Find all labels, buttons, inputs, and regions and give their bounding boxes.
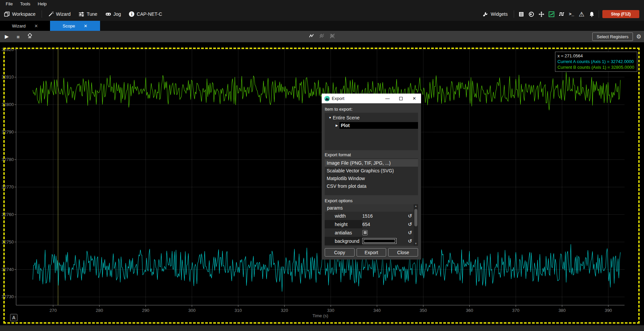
tree-item-label: Plot: [339, 122, 418, 129]
item-to-export-label: Item to export:: [325, 107, 418, 112]
svg-text:390: 390: [605, 308, 612, 313]
format-option-image[interactable]: Image File (PNG, TIF, JPG, ...): [325, 159, 418, 167]
scope-chart-button[interactable]: [546, 9, 556, 19]
svg-text:32780: 32780: [2, 157, 14, 162]
terminal-icon: >_: [569, 12, 574, 17]
device-button[interactable]: i CAP-NET-C: [125, 7, 166, 21]
dialog-body: Item to export: ▼ Entire Scene ▶ Plot Ex…: [322, 103, 421, 260]
info-icon: i: [129, 11, 134, 17]
export-format-list: Image File (PNG, TIF, JPG, ...) Scalable…: [325, 158, 418, 195]
svg-text:290: 290: [142, 308, 149, 313]
autoscale-button[interactable]: A: [10, 314, 17, 321]
chevron-right-icon[interactable]: ▶: [334, 124, 339, 127]
watch-button[interactable]: [526, 9, 536, 19]
params-group-row[interactable]: params: [325, 204, 418, 212]
menu-file[interactable]: File: [2, 1, 16, 6]
legend-line-a: Current A counts (Axis 1) = 32742.0000: [557, 59, 634, 64]
reset-icon[interactable]: ↺: [407, 230, 413, 236]
scroll-down-icon[interactable]: ▼: [415, 242, 417, 246]
gear-icon[interactable]: ⚙: [636, 33, 641, 40]
stop-icon[interactable]: ■: [14, 34, 22, 40]
warning-icon: ⚠: [579, 10, 584, 18]
wizard-label: Wizard: [56, 11, 71, 17]
params-scrollbar[interactable]: ▲ ▼: [414, 204, 418, 246]
format-option-matplotlib[interactable]: Matplotlib Window: [325, 174, 418, 182]
background-value: [362, 238, 407, 244]
reset-icon[interactable]: ↺: [407, 221, 413, 227]
scroll-up-icon[interactable]: ▲: [415, 204, 417, 208]
svg-text:380: 380: [558, 308, 566, 313]
format-option-svg[interactable]: Scalable Vector Graphics (SVG): [325, 167, 418, 174]
background-color-swatch[interactable]: [362, 238, 397, 244]
move-button[interactable]: [536, 9, 546, 19]
chart-line-icon: [549, 11, 554, 17]
param-name: antialias: [325, 228, 362, 237]
antialias-checkbox[interactable]: [362, 230, 368, 235]
tab-scope[interactable]: Scope ✕: [50, 21, 100, 31]
clear-eraser-icon[interactable]: [26, 33, 34, 40]
legend-line-b: Current B counts (Axis 1) = 32805.0000: [557, 64, 634, 70]
menu-tools[interactable]: Tools: [16, 1, 34, 6]
copy-button[interactable]: Copy: [325, 248, 355, 257]
minimize-icon[interactable]: —: [381, 94, 394, 103]
tab-wizard-label: Wizard: [12, 23, 26, 29]
width-field[interactable]: 1516: [362, 213, 407, 219]
scope-settings-controls: Select Registers ⚙: [592, 33, 641, 41]
toolbar-separator: [42, 10, 42, 18]
height-field[interactable]: 654: [362, 222, 407, 227]
close-icon[interactable]: ✕: [408, 94, 421, 103]
svg-text:32730: 32730: [2, 294, 14, 299]
jog-label: Jog: [113, 11, 121, 17]
reset-icon[interactable]: ↺: [407, 213, 413, 219]
move-arrows-icon: [539, 11, 544, 17]
close-icon[interactable]: ✕: [84, 23, 87, 29]
export-button[interactable]: Export: [357, 248, 386, 257]
svg-text:320: 320: [281, 308, 288, 313]
svg-text:350: 350: [420, 308, 427, 313]
workspace-button[interactable]: Workspace: [0, 7, 40, 21]
list-icon: [518, 11, 524, 17]
format-option-csv[interactable]: CSV from plot data: [325, 182, 418, 190]
multi-trace-icon[interactable]: [319, 33, 325, 40]
warnings-button[interactable]: ⚠: [577, 9, 587, 19]
svg-text:32810: 32810: [2, 74, 14, 79]
svg-text:32760: 32760: [2, 212, 14, 217]
app-logo-icon: [324, 96, 330, 101]
tree-item-label: Entire Scene: [333, 115, 360, 120]
select-registers-button[interactable]: Select Registers: [592, 33, 633, 41]
scrollbar-thumb[interactable]: [414, 209, 417, 226]
chevron-down-icon[interactable]: ▼: [327, 116, 333, 119]
workspace-icon: [4, 11, 10, 17]
play-icon[interactable]: ▶: [3, 34, 11, 40]
device-label: CAP-NET-C: [137, 11, 162, 17]
signal-button[interactable]: [556, 9, 566, 19]
stop-button[interactable]: Stop (F12): [602, 10, 639, 18]
tree-item-entire-scene[interactable]: ▼ Entire Scene: [325, 114, 418, 121]
dialog-button-row: Copy Export Close: [325, 248, 418, 257]
maximize-icon[interactable]: [394, 94, 408, 103]
register-list-button[interactable]: [516, 9, 526, 19]
application-window: File Tools Help Workspace Wizard Tune: [0, 0, 644, 331]
export-dialog: Export — ✕ Item to export: ▼ Entire Scen…: [322, 94, 421, 260]
menu-help[interactable]: Help: [34, 1, 50, 6]
dialog-title: Export: [332, 96, 344, 101]
tab-wizard[interactable]: Wizard ✕: [0, 21, 50, 31]
wizard-button[interactable]: Wizard: [44, 7, 75, 21]
widgets-button[interactable]: Widgets: [478, 7, 512, 21]
cursor-x-value: x = 271.0564: [557, 53, 634, 59]
cursor-readout-legend: x = 271.0564 Current A counts (Axis 1) =…: [555, 52, 637, 72]
menu-bar: File Tools Help: [0, 0, 644, 7]
tree-item-plot[interactable]: ▶ Plot: [325, 121, 418, 129]
close-button[interactable]: Close: [388, 248, 418, 257]
svg-text:340: 340: [373, 308, 381, 313]
console-button[interactable]: >_: [566, 9, 577, 19]
reset-icon[interactable]: ↺: [407, 238, 413, 244]
notifications-button[interactable]: [587, 9, 597, 19]
close-icon[interactable]: ✕: [34, 23, 38, 29]
param-row-background: background ↺: [325, 237, 418, 245]
multi-trace-off-icon[interactable]: [330, 33, 335, 40]
tune-button[interactable]: Tune: [75, 7, 101, 21]
single-trace-icon[interactable]: [309, 33, 315, 40]
dialog-title-bar[interactable]: Export — ✕: [322, 94, 421, 103]
jog-button[interactable]: Jog: [101, 7, 125, 21]
